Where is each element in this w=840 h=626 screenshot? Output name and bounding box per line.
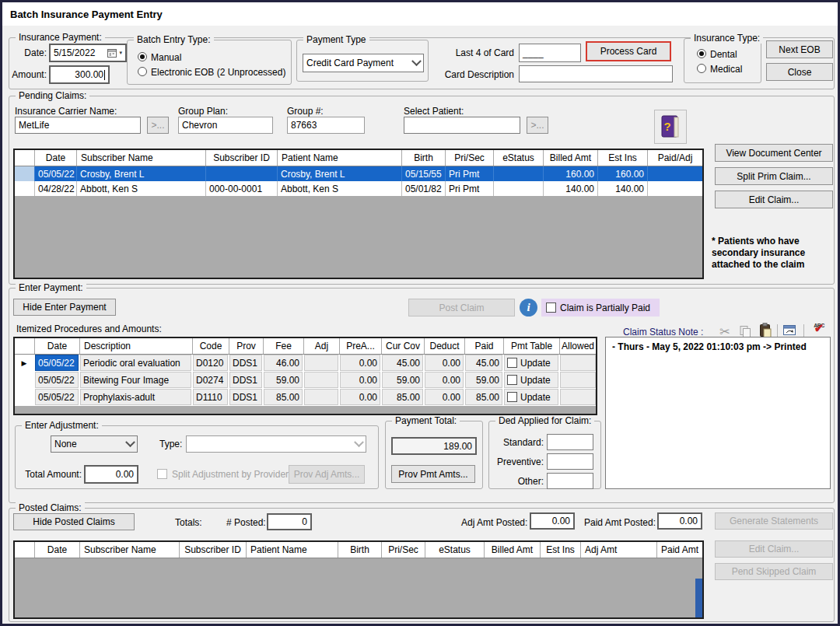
- column-header-pmt-table[interactable]: Pmt Table: [504, 338, 560, 354]
- cell-allowed[interactable]: [560, 372, 596, 388]
- row-selector-cell[interactable]: [15, 166, 35, 181]
- update-checkbox[interactable]: [507, 392, 517, 402]
- row-selector-cell[interactable]: [15, 181, 35, 196]
- column-header-description[interactable]: Description: [80, 338, 193, 354]
- cell-prov[interactable]: DDS1: [229, 355, 264, 371]
- column-header-pri-sec[interactable]: Pri/Sec: [382, 542, 425, 558]
- cell-description[interactable]: Bitewing Four Image: [80, 372, 193, 388]
- manual-radio-label[interactable]: Manual: [151, 52, 181, 63]
- prov-pmt-amts-button[interactable]: Prov Pmt Amts...: [391, 465, 475, 483]
- column-header-estatus[interactable]: eStatus: [494, 150, 544, 166]
- column-header-subscriber-name[interactable]: Subscriber Name: [77, 150, 206, 166]
- hide-posted-claims-button[interactable]: Hide Posted Claims: [13, 513, 135, 530]
- cell-prov[interactable]: DDS1: [229, 372, 264, 388]
- total-amount-input[interactable]: 0.00: [84, 465, 138, 484]
- select-patient-input[interactable]: [404, 117, 520, 134]
- next-eob-button[interactable]: Next EOB: [766, 40, 833, 58]
- carrier-input[interactable]: MetLife: [15, 117, 141, 134]
- view-document-center-button[interactable]: View Document Center: [715, 144, 833, 162]
- cell-adj[interactable]: [304, 372, 340, 388]
- date-input[interactable]: 5/15/2022 ▾: [49, 44, 127, 62]
- column-header-cur-cov[interactable]: Cur Cov: [382, 338, 425, 354]
- cell-code[interactable]: D1110: [193, 389, 229, 405]
- paste-icon[interactable]: [757, 323, 774, 338]
- standard-input[interactable]: [547, 434, 593, 450]
- itemized-procedure-row[interactable]: 05/05/22 Prophylaxis-adult D1110 DDS1 85…: [15, 389, 596, 406]
- column-header-est-ins[interactable]: Est Ins: [598, 150, 648, 166]
- column-header-subscriber-id[interactable]: Subscriber ID: [206, 150, 278, 166]
- cell-fee[interactable]: 85.00: [264, 389, 304, 405]
- cell-fee[interactable]: 59.00: [264, 372, 304, 388]
- amount-input[interactable]: 300.00: [49, 65, 110, 84]
- cell-date[interactable]: 05/05/22: [35, 355, 80, 371]
- cell-prea[interactable]: 0.00: [340, 372, 382, 388]
- column-header-pri-sec[interactable]: Pri/Sec: [446, 150, 494, 166]
- cell-cur-cov[interactable]: 85.00: [382, 389, 425, 405]
- document-center-book-icon[interactable]: ?: [654, 110, 687, 144]
- column-header-birth[interactable]: Birth: [338, 542, 382, 558]
- column-header-adj[interactable]: Adj: [304, 338, 340, 354]
- cell-description[interactable]: Periodic oral evaluation: [80, 355, 193, 371]
- column-header-date[interactable]: Date: [35, 542, 80, 558]
- cell-allowed[interactable]: [560, 355, 596, 371]
- card-description-input[interactable]: [519, 65, 673, 82]
- claim-status-note-box[interactable]: - Thurs - May 5, 2022 01:10:03 pm -> Pri…: [605, 337, 831, 489]
- cell-deduct[interactable]: 0.00: [425, 372, 465, 388]
- cell-adj[interactable]: [304, 355, 340, 371]
- itemized-procedure-row[interactable]: ▶ 05/05/22 Periodic oral evaluation D012…: [15, 355, 596, 372]
- cell-prea[interactable]: 0.00: [340, 355, 382, 371]
- cell-adj[interactable]: [304, 389, 340, 405]
- column-header-birth[interactable]: Birth: [402, 150, 446, 166]
- pending-claim-row[interactable]: 04/28/22 Abbott, Ken S 000-00-0001 Abbot…: [15, 181, 702, 196]
- column-header-patient-name[interactable]: Patient Name: [278, 150, 402, 166]
- cell-deduct[interactable]: 0.00: [425, 389, 465, 405]
- last4-input[interactable]: ____: [519, 44, 581, 62]
- cell-prea[interactable]: 0.00: [340, 389, 382, 405]
- cell-paid[interactable]: 45.00: [465, 355, 504, 371]
- close-button[interactable]: Close: [766, 63, 833, 81]
- cell-code[interactable]: D0120: [193, 355, 229, 371]
- info-icon[interactable]: i: [520, 299, 537, 316]
- column-header-paid-amt[interactable]: Paid Amt: [657, 542, 702, 558]
- process-card-button[interactable]: Process Card: [586, 41, 671, 61]
- selector-column-header[interactable]: [15, 150, 35, 166]
- column-header-adj-amt[interactable]: Adj Amt: [581, 542, 657, 558]
- cell-prov[interactable]: DDS1: [229, 389, 264, 405]
- column-header-fee[interactable]: Fee: [264, 338, 304, 354]
- column-header-billed-amt[interactable]: Billed Amt: [544, 150, 598, 166]
- cell-allowed[interactable]: [560, 389, 596, 405]
- adjustment-mode-select[interactable]: None: [51, 435, 138, 453]
- column-header-paid-adj[interactable]: Paid/Adj: [648, 150, 702, 166]
- manual-radio[interactable]: [138, 52, 147, 61]
- carrier-browse-button[interactable]: >...: [147, 117, 169, 134]
- posted-table-scrollbar[interactable]: [695, 579, 702, 617]
- itemized-procedure-row[interactable]: 05/05/22 Bitewing Four Image D0274 DDS1 …: [15, 372, 596, 389]
- medical-radio[interactable]: [697, 64, 706, 73]
- column-header-subscriber-id[interactable]: Subscriber ID: [180, 542, 247, 558]
- column-header-prea[interactable]: PreA...: [340, 338, 382, 354]
- cell-deduct[interactable]: 0.00: [425, 355, 465, 371]
- column-header-deduct[interactable]: Deduct: [425, 338, 465, 354]
- electronic-eob-radio-label[interactable]: Electronic EOB (2 Unprocessed): [151, 67, 285, 78]
- split-prim-claim-button[interactable]: Split Prim Claim...: [715, 167, 833, 185]
- cell-cur-cov[interactable]: 45.00: [382, 355, 425, 371]
- column-header-patient-name[interactable]: Patient Name: [247, 542, 338, 558]
- partially-paid-label[interactable]: Claim is Partially Paid: [560, 303, 650, 313]
- column-header-date[interactable]: Date: [35, 338, 80, 354]
- electronic-eob-radio[interactable]: [138, 67, 147, 76]
- column-header-date[interactable]: Date: [35, 150, 77, 166]
- dental-radio[interactable]: [697, 49, 706, 58]
- selector-column-header[interactable]: [15, 338, 35, 354]
- cell-paid[interactable]: 85.00: [465, 389, 504, 405]
- cell-fee[interactable]: 46.00: [264, 355, 304, 371]
- patient-browse-button[interactable]: >...: [527, 117, 548, 134]
- cell-paid[interactable]: 59.00: [465, 372, 504, 388]
- cell-cur-cov[interactable]: 59.00: [382, 372, 425, 388]
- calendar-dropdown-icon[interactable]: ▾: [107, 48, 122, 58]
- column-header-code[interactable]: Code: [193, 338, 229, 354]
- medical-radio-label[interactable]: Medical: [710, 64, 742, 75]
- update-checkbox[interactable]: [507, 358, 517, 368]
- cell-code[interactable]: D0274: [193, 372, 229, 388]
- update-checkbox[interactable]: [507, 375, 517, 385]
- column-header-subscriber-name[interactable]: Subscriber Name: [80, 542, 180, 558]
